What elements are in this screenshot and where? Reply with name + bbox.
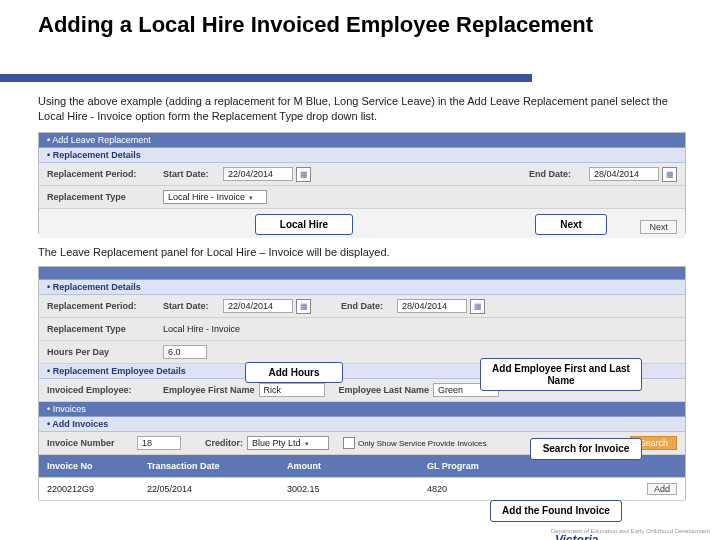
footer-logo: Department of Education and Early Childh…	[551, 528, 710, 540]
invoice-number-input[interactable]: 18	[137, 436, 181, 450]
page-title: Adding a Local Hire Invoiced Employee Re…	[38, 12, 720, 38]
end-date-input[interactable]: 28/04/2014	[589, 167, 659, 181]
panel-header: • Add Leave Replacement	[39, 133, 685, 148]
end-date-label: End Date:	[341, 301, 397, 311]
invoiced-employee-label: Invoiced Employee:	[47, 385, 163, 395]
callout-add-found-invoice: Add the Found Invoice	[490, 500, 622, 522]
callout-search-invoice: Search for Invoice	[530, 438, 642, 460]
calendar-icon[interactable]: ▦	[296, 167, 311, 182]
intro-text: Using the above example (adding a replac…	[38, 94, 688, 124]
calendar-icon[interactable]: ▦	[470, 299, 485, 314]
col-gl-program: GL Program	[427, 461, 567, 471]
only-show-label: Only Show Service Provide Invoices	[358, 439, 487, 448]
first-name-label: Employee First Name	[163, 385, 255, 395]
first-name-input[interactable]: Rick	[259, 383, 325, 397]
invoice-number-label: Invoice Number	[47, 438, 137, 448]
start-date-input[interactable]: 22/04/2014	[223, 167, 293, 181]
period-label: Replacement Period:	[47, 301, 163, 311]
callout-add-hours: Add Hours	[245, 362, 343, 383]
type-label: Replacement Type	[47, 192, 163, 202]
hours-label: Hours Per Day	[47, 347, 163, 357]
callout-local-hire: Local Hire	[255, 214, 353, 235]
callout-next: Next	[535, 214, 607, 235]
mid-text: The Leave Replacement panel for Local Hi…	[38, 246, 390, 258]
last-name-label: Employee Last Name	[339, 385, 430, 395]
next-button[interactable]: Next	[640, 220, 677, 234]
end-date-label: End Date:	[529, 169, 589, 179]
cell-gl-program: 4820	[427, 484, 567, 494]
col-transaction-date: Transaction Date	[147, 461, 287, 471]
start-date-input[interactable]: 22/04/2014	[223, 299, 293, 313]
creditor-dropdown[interactable]: Blue Pty Ltd	[247, 436, 329, 450]
callout-add-employee: Add Employee First and Last Name	[480, 358, 642, 391]
title-underline	[0, 74, 532, 82]
col-amount: Amount	[287, 461, 427, 471]
cell-transaction-date: 22/05/2014	[147, 484, 287, 494]
type-dropdown[interactable]: Local Hire - Invoice	[163, 190, 267, 204]
type-value: Local Hire - Invoice	[163, 324, 240, 334]
panel-subheader-invoices: • Invoices	[39, 402, 685, 417]
only-show-checkbox[interactable]	[343, 437, 355, 449]
period-label: Replacement Period:	[47, 169, 163, 179]
creditor-label: Creditor:	[205, 438, 243, 448]
start-date-label: Start Date:	[163, 169, 223, 179]
cell-invoice-no: 2200212G9	[47, 484, 147, 494]
panel-top-bar	[39, 267, 685, 280]
end-date-input[interactable]: 28/04/2014	[397, 299, 467, 313]
add-button[interactable]: Add	[647, 483, 677, 495]
panel-subheader: • Replacement Details	[39, 148, 685, 163]
type-label: Replacement Type	[47, 324, 163, 334]
hours-input[interactable]: 6.0	[163, 345, 207, 359]
start-date-label: Start Date:	[163, 301, 223, 311]
cell-amount: 3002.15	[287, 484, 427, 494]
col-invoice-no: Invoice No	[47, 461, 147, 471]
calendar-icon[interactable]: ▦	[662, 167, 677, 182]
panel-subheader-add-invoices: • Add Invoices	[39, 417, 685, 432]
calendar-icon[interactable]: ▦	[296, 299, 311, 314]
panel-subheader: • Replacement Details	[39, 280, 685, 295]
